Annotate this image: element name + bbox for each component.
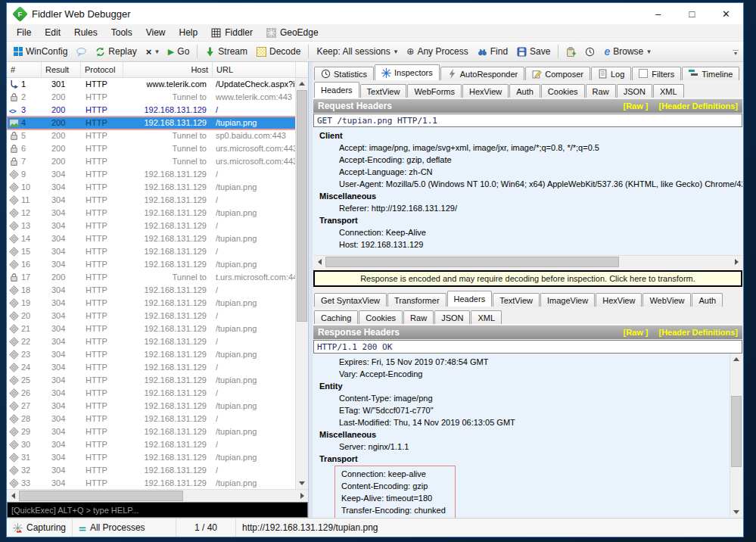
- tab-webview[interactable]: WebView: [642, 293, 691, 307]
- go-button[interactable]: ▶ Go: [164, 45, 193, 58]
- menu-item-help[interactable]: Help: [173, 24, 205, 41]
- table-row[interactable]: 31304HTTP192.168.131.129/tupian.png: [7, 451, 296, 464]
- tab-xml[interactable]: XML: [653, 84, 684, 98]
- tab-headers[interactable]: Headers: [314, 82, 359, 98]
- tab-statistics[interactable]: Statistics: [314, 67, 374, 80]
- column-header-result[interactable]: Result: [42, 62, 81, 77]
- scroll-up-arrow[interactable]: [296, 78, 308, 89]
- winconfig-button[interactable]: WinConfig: [10, 45, 71, 58]
- table-row[interactable]: 25304HTTP192.168.131.129/tupian.png: [7, 374, 296, 387]
- menu-item-file[interactable]: File: [10, 24, 38, 41]
- tab-composer[interactable]: Composer: [525, 67, 590, 80]
- tab-auth[interactable]: Auth: [692, 293, 723, 307]
- header-item[interactable]: Host: 192.168.131.129: [313, 238, 742, 251]
- close-button[interactable]: ✕: [709, 3, 743, 24]
- request-hscrollbar[interactable]: [313, 255, 742, 268]
- table-row[interactable]: 10304HTTP192.168.131.129/tupian.png: [7, 181, 296, 194]
- table-row[interactable]: 28304HTTP192.168.131.129/: [7, 413, 296, 425]
- raw-link[interactable]: [Raw ]: [623, 101, 648, 111]
- table-row[interactable]: 11304HTTP192.168.131.129/: [7, 194, 296, 207]
- table-row[interactable]: 7200HTTPTunnel tours.microsoft.com:443: [7, 155, 296, 168]
- header-item[interactable]: Accept-Encoding: gzip, deflate: [313, 154, 742, 166]
- keep-sessions-dropdown[interactable]: Keep: All sessions ▾: [313, 45, 401, 58]
- table-row[interactable]: 9304HTTP192.168.131.129/: [7, 168, 296, 181]
- hscroll-thumb[interactable]: [325, 257, 619, 267]
- header-item[interactable]: Content-Encoding: gzip: [335, 480, 455, 492]
- table-row[interactable]: 1301HTTPwww.telerik.com/UpdateCheck.aspx…: [7, 78, 296, 91]
- table-row[interactable]: 20304HTTP192.168.131.129/: [7, 310, 296, 322]
- tab-json[interactable]: JSON: [434, 310, 470, 324]
- header-item[interactable]: Expires: Fri, 15 Nov 2019 07:48:54 GMT: [313, 356, 730, 368]
- save-button[interactable]: Save: [513, 45, 554, 58]
- scroll-right-arrow[interactable]: [296, 490, 308, 502]
- raw-link[interactable]: [Raw ]: [623, 328, 648, 337]
- tab-textview[interactable]: TextView: [493, 293, 540, 307]
- menu-item-edit[interactable]: Edit: [38, 24, 67, 41]
- capturing-indicator[interactable]: Capturing: [7, 519, 73, 537]
- tab-cookies[interactable]: Cookies: [359, 310, 403, 324]
- table-row[interactable]: 17200HTTPTunnel tot.urs.microsoft.com:44…: [7, 271, 296, 284]
- header-item[interactable]: Accept-Language: zh-CN: [313, 166, 742, 178]
- table-row[interactable]: 33304HTTP192.168.131.129/tupian.png: [7, 477, 296, 489]
- replay-button[interactable]: Replay: [92, 45, 140, 58]
- header-item[interactable]: Connection: Keep-Alive: [313, 226, 742, 238]
- table-row[interactable]: 14304HTTP192.168.131.129/tupian.png: [7, 232, 296, 245]
- session-list-hscrollbar[interactable]: [7, 489, 308, 502]
- table-row[interactable]: 30304HTTP192.168.131.129/: [7, 438, 296, 451]
- header-item[interactable]: Last-Modified: Thu, 14 Nov 2019 06:13:05…: [313, 416, 730, 428]
- table-row[interactable]: 13304HTTP192.168.131.129/: [7, 220, 296, 232]
- table-row[interactable]: 23304HTTP192.168.131.129/tupian.png: [7, 348, 296, 361]
- scroll-right-arrow[interactable]: [730, 256, 742, 268]
- tab-caching[interactable]: Caching: [314, 310, 358, 324]
- tab-raw[interactable]: Raw: [403, 310, 434, 324]
- tab-inspectors[interactable]: Inspectors: [375, 64, 440, 80]
- tab-xml[interactable]: XML: [471, 310, 502, 324]
- table-row[interactable]: 6200HTTPTunnel tours.microsoft.com:443: [7, 142, 296, 155]
- header-group[interactable]: Transport: [313, 453, 730, 465]
- table-row[interactable]: 26304HTTP192.168.131.129/: [7, 387, 296, 400]
- tab-cookies[interactable]: Cookies: [541, 84, 585, 98]
- header-item[interactable]: Referer: http://192.168.131.129/: [313, 202, 742, 214]
- column-header-num[interactable]: #: [7, 62, 42, 77]
- header-item[interactable]: Content-Type: image/png: [313, 392, 730, 404]
- table-row[interactable]: 27304HTTP192.168.131.129/tupian.png: [7, 400, 296, 413]
- tab-get-syntaxview[interactable]: Get SyntaxView: [314, 293, 387, 307]
- table-row[interactable]: 2200HTTPTunnel towww.telerik.com:443: [7, 91, 296, 104]
- hscroll-thumb[interactable]: [19, 491, 183, 501]
- menu-item-geoedge[interactable]: GeoEdge: [260, 24, 325, 41]
- maximize-button[interactable]: □: [675, 3, 709, 24]
- tab-textview[interactable]: TextView: [360, 84, 407, 98]
- header-item[interactable]: Transfer-Encoding: chunked: [335, 504, 455, 516]
- timer-button[interactable]: [581, 45, 599, 58]
- header-group[interactable]: Client: [313, 129, 742, 142]
- tab-webforms[interactable]: WebForms: [407, 84, 462, 98]
- transform-notice[interactable]: Response is encoded and may require deco…: [313, 270, 742, 287]
- menu-item-tools[interactable]: Tools: [104, 24, 139, 41]
- column-header-host[interactable]: Host: [123, 62, 213, 77]
- header-group[interactable]: Miscellaneous: [313, 190, 742, 202]
- tab-headers[interactable]: Headers: [447, 291, 493, 307]
- tab-auth[interactable]: Auth: [509, 84, 540, 98]
- table-row[interactable]: 12304HTTP192.168.131.129/tupian.png: [7, 207, 296, 220]
- browse-button[interactable]: e Browse ▾: [600, 45, 654, 58]
- table-row[interactable]: 4200HTTP192.168.131.129/tupian.png: [7, 117, 296, 129]
- header-item[interactable]: Accept: image/png, image/svg+xml, image/…: [313, 142, 742, 154]
- find-button[interactable]: Find: [474, 45, 512, 58]
- tab-hexview[interactable]: HexView: [596, 293, 642, 307]
- tab-json[interactable]: JSON: [617, 84, 652, 98]
- table-row[interactable]: 15304HTTP192.168.131.129/: [7, 245, 296, 258]
- scroll-left-arrow[interactable]: [7, 490, 19, 502]
- tab-imageview[interactable]: ImageView: [540, 293, 595, 307]
- header-item[interactable]: Vary: Accept-Encoding: [313, 368, 730, 380]
- menu-item-rules[interactable]: Rules: [67, 24, 104, 41]
- any-process-button[interactable]: ⊕ Any Process: [403, 45, 471, 58]
- process-filter[interactable]: ⚌ All Processes: [73, 519, 176, 537]
- header-group[interactable]: Entity: [313, 380, 730, 392]
- header-definitions-link[interactable]: [Header Definitions]: [658, 101, 738, 111]
- table-row[interactable]: 5200HTTPTunnel tosp0.baidu.com:443: [7, 129, 296, 142]
- table-row[interactable]: 18304HTTP192.168.131.129/: [7, 284, 296, 297]
- scroll-down-arrow[interactable]: [730, 506, 742, 518]
- header-group[interactable]: Transport: [313, 214, 742, 226]
- stream-button[interactable]: Stream: [201, 45, 251, 58]
- tab-filters[interactable]: Filters: [632, 67, 681, 80]
